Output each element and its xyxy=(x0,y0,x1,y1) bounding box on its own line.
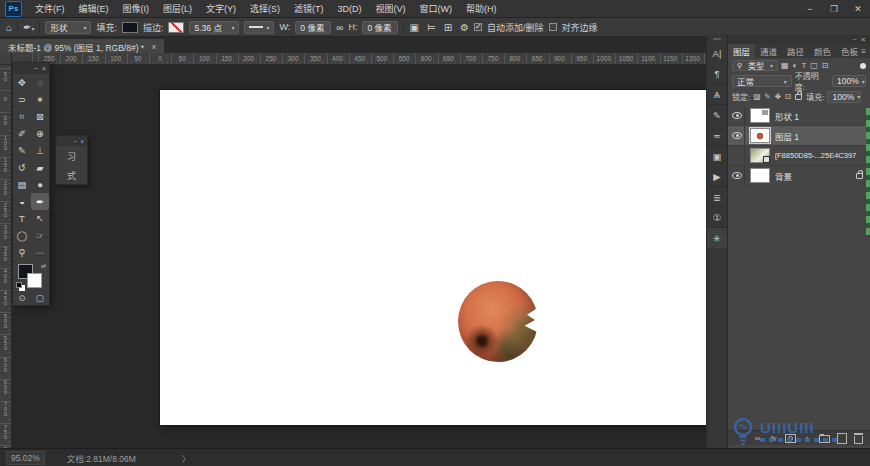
layer-thumbnail[interactable] xyxy=(750,168,770,183)
filter-pixel-layers-icon[interactable]: ▦ xyxy=(781,61,789,70)
path-arrange-icon[interactable]: ⊞ xyxy=(444,22,452,33)
menu-item[interactable]: 文件(F) xyxy=(28,0,72,18)
add-mask-icon[interactable] xyxy=(785,432,796,444)
toolbox-minimize-icon[interactable]: − xyxy=(34,65,38,72)
quick-mask-icon[interactable]: ⊙ xyxy=(18,293,25,303)
blur-tool-icon[interactable]: ● xyxy=(31,176,49,193)
lock-position-icon[interactable]: ✥ xyxy=(775,92,781,101)
lasso-tool-icon[interactable]: ⊃ xyxy=(13,91,31,108)
path-align-icon[interactable]: ⊨ xyxy=(427,22,436,33)
mini-panel-minimize-icon[interactable]: − xyxy=(73,138,77,145)
info-panel-icon[interactable]: ① xyxy=(707,207,727,227)
tool-presets-panel-icon[interactable]: ≂ xyxy=(707,125,727,145)
panel-tab[interactable]: 颜色 xyxy=(809,44,836,58)
stroke-color-swatch[interactable] xyxy=(168,22,184,33)
visibility-well[interactable] xyxy=(730,146,745,165)
marquee-tool-icon[interactable]: ◌ xyxy=(31,74,49,91)
shape-tool-icon[interactable]: ◯ xyxy=(13,227,31,244)
delete-layer-icon[interactable] xyxy=(854,432,863,444)
menu-item[interactable]: 窗口(W) xyxy=(413,0,460,18)
menu-item[interactable]: 帮助(H) xyxy=(459,0,504,18)
hand-tool-icon[interactable]: ☞ xyxy=(31,227,49,244)
menu-item[interactable]: 图像(I) xyxy=(116,0,157,18)
eraser-tool-icon[interactable]: ▰ xyxy=(31,159,49,176)
gear-icon[interactable]: ⚙ xyxy=(460,22,469,33)
opacity-field[interactable]: 100% xyxy=(832,75,866,87)
gradient-tool-icon[interactable]: ▤ xyxy=(13,176,31,193)
align-edges-checkbox[interactable] xyxy=(549,23,557,31)
crop-tool-icon[interactable]: ⌗ xyxy=(13,108,31,125)
lock-artboard-icon[interactable]: ⊡ xyxy=(785,92,791,101)
clone-source-panel-icon[interactable]: ▣ xyxy=(707,145,727,166)
path-selection-tool-icon[interactable]: ↖ xyxy=(31,210,49,227)
menu-item[interactable]: 3D(D) xyxy=(331,0,369,18)
filter-smart-objects-icon[interactable]: ⊡ xyxy=(822,61,829,70)
layer-thumbnail[interactable] xyxy=(750,148,770,163)
menu-item[interactable]: 视图(V) xyxy=(369,0,413,18)
minimize-button[interactable]: − xyxy=(798,0,822,18)
move-tool-icon[interactable]: ✥ xyxy=(13,74,31,91)
background-color-swatch[interactable] xyxy=(27,273,42,288)
link-dimensions-icon[interactable]: ∞ xyxy=(336,22,343,33)
lock-pixels-icon[interactable]: ✎ xyxy=(764,92,770,101)
blend-mode-select[interactable]: 正常 xyxy=(732,75,792,87)
filter-type-layers-icon[interactable]: T xyxy=(801,61,806,70)
visibility-well[interactable] xyxy=(730,126,745,145)
fill-field[interactable]: 100% xyxy=(827,91,861,103)
stroke-width-field[interactable]: 5.36 点 xyxy=(189,21,239,34)
restore-button[interactable]: ❐ xyxy=(822,0,846,18)
dock-strip-handle[interactable] xyxy=(707,35,727,43)
pen-tool-preset-icon[interactable]: ✒ xyxy=(23,22,34,33)
lock-all-icon[interactable] xyxy=(795,94,802,100)
menu-item[interactable]: 文字(Y) xyxy=(199,0,243,18)
auto-add-delete-checkbox[interactable] xyxy=(474,23,482,31)
close-button[interactable]: ✕ xyxy=(846,0,870,18)
layer-row[interactable]: 形状 1 xyxy=(728,106,870,126)
new-group-icon[interactable] xyxy=(819,432,830,444)
path-operations-icon[interactable]: ▣ xyxy=(409,22,418,33)
panel-tab[interactable]: 图层 xyxy=(728,44,755,58)
type-tool-icon[interactable]: T xyxy=(13,210,31,227)
menu-item[interactable]: 滤镜(T) xyxy=(287,0,331,18)
zoom-level-field[interactable]: 95.02% xyxy=(6,451,45,465)
slice-tool-icon[interactable]: ⊠ xyxy=(31,108,49,125)
adjustment-layer-icon[interactable]: ◐ xyxy=(803,432,812,444)
history-brush-tool-icon[interactable]: ↺ xyxy=(13,159,31,176)
mini-panel-close-icon[interactable]: × xyxy=(80,138,84,145)
quick-selection-tool-icon[interactable]: ✶ xyxy=(31,91,49,108)
layer-row[interactable]: 背景 xyxy=(728,166,870,186)
fill-color-swatch[interactable] xyxy=(122,22,138,33)
tab-close-icon[interactable]: × xyxy=(151,42,156,52)
layer-effects-icon[interactable]: fx xyxy=(769,432,778,444)
width-field[interactable]: 0 像素 xyxy=(295,21,331,34)
swap-colors-icon[interactable]: ⇄ xyxy=(41,262,46,269)
panel-tab[interactable]: 通道 xyxy=(755,44,782,58)
clone-stamp-tool-icon[interactable]: ⊥ xyxy=(31,142,49,159)
lock-transparency-icon[interactable]: ▨ xyxy=(753,92,760,101)
horizontal-ruler[interactable]: 2502001501005005010015020025030035040045… xyxy=(12,53,706,65)
character-panel-icon[interactable]: A| xyxy=(707,43,727,63)
panel-tab[interactable]: 路径 xyxy=(782,44,809,58)
tool-mode-select[interactable]: 形状 xyxy=(45,21,91,34)
new-layer-icon[interactable] xyxy=(837,432,847,444)
height-field[interactable]: 0 像素 xyxy=(362,21,398,34)
filter-adjustment-layers-icon[interactable]: ◐ xyxy=(793,61,798,70)
status-options-chevron[interactable]: 〉 xyxy=(182,452,191,464)
brush-tool-icon[interactable]: ✎ xyxy=(13,142,31,159)
stroke-type-select[interactable] xyxy=(244,21,274,34)
paragraph-panel-icon[interactable]: ¶ xyxy=(707,63,727,83)
menu-item[interactable]: 编辑(E) xyxy=(72,0,116,18)
more-tools-icon[interactable]: ⋯ xyxy=(31,244,49,261)
layer-thumbnail[interactable] xyxy=(750,128,770,143)
dodge-tool-icon[interactable]: ◒ xyxy=(13,193,31,210)
menu-item[interactable]: 图层(L) xyxy=(156,0,199,18)
panel-minimize-icon[interactable]: − xyxy=(853,36,857,43)
menu-item[interactable]: 选择(S) xyxy=(243,0,287,18)
filter-kind-select[interactable]: ⚲ 类型 xyxy=(732,60,778,71)
vertical-ruler[interactable]: 5005010015020025030035040045050055060065… xyxy=(0,65,12,448)
glyphs-panel-icon[interactable]: Ѧ xyxy=(707,83,727,104)
screen-mode-icon[interactable]: ▢ xyxy=(36,293,44,303)
panel-close-icon[interactable]: ✕ xyxy=(861,36,866,44)
layer-row[interactable]: 图层 1 xyxy=(728,126,870,146)
layer-thumbnail[interactable] xyxy=(750,108,770,123)
